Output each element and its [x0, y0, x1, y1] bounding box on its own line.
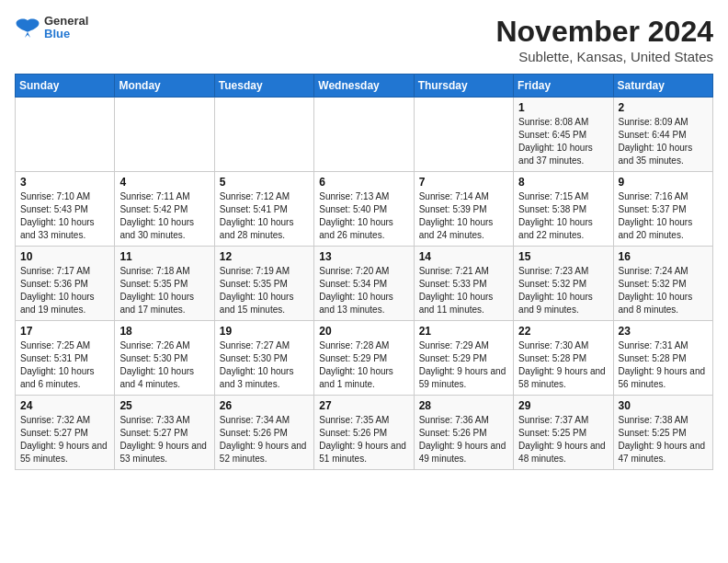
- logo-bird-icon: [15, 17, 40, 38]
- weekday-header-tuesday: Tuesday: [214, 75, 313, 98]
- day-info: Sunrise: 7:33 AM Sunset: 5:27 PM Dayligh…: [119, 414, 209, 465]
- calendar-cell: 27Sunrise: 7:35 AM Sunset: 5:26 PM Dayli…: [314, 396, 414, 470]
- day-number: 18: [119, 325, 209, 338]
- calendar-cell: 20Sunrise: 7:28 AM Sunset: 5:29 PM Dayli…: [314, 321, 414, 396]
- day-info: Sunrise: 7:32 AM Sunset: 5:27 PM Dayligh…: [20, 414, 109, 465]
- calendar-cell: 8Sunrise: 7:15 AM Sunset: 5:38 PM Daylig…: [514, 172, 613, 247]
- day-number: 3: [20, 176, 109, 189]
- calendar-cell: 5Sunrise: 7:12 AM Sunset: 5:41 PM Daylig…: [214, 172, 313, 247]
- weekday-header-thursday: Thursday: [414, 75, 513, 98]
- calendar-cell: 21Sunrise: 7:29 AM Sunset: 5:29 PM Dayli…: [414, 321, 513, 396]
- day-number: 6: [319, 176, 408, 189]
- day-number: 27: [319, 399, 408, 412]
- weekday-header-row: SundayMondayTuesdayWednesdayThursdayFrid…: [16, 75, 713, 98]
- calendar-cell: 24Sunrise: 7:32 AM Sunset: 5:27 PM Dayli…: [16, 396, 115, 470]
- day-number: 8: [518, 176, 608, 189]
- month-title: November 2024: [495, 15, 713, 49]
- day-number: 12: [220, 250, 309, 263]
- logo-text: General Blue: [44, 15, 88, 41]
- day-number: 30: [619, 399, 708, 412]
- day-info: Sunrise: 7:16 AM Sunset: 5:37 PM Dayligh…: [619, 190, 708, 242]
- title-block: November 2024 Sublette, Kansas, United S…: [495, 15, 713, 64]
- day-info: Sunrise: 7:18 AM Sunset: 5:35 PM Dayligh…: [119, 265, 209, 316]
- calendar-cell: 12Sunrise: 7:19 AM Sunset: 5:35 PM Dayli…: [214, 247, 313, 321]
- logo-blue: Blue: [44, 28, 88, 40]
- calendar-week-1: 1Sunrise: 8:08 AM Sunset: 6:45 PM Daylig…: [16, 98, 713, 172]
- calendar-cell: 15Sunrise: 7:23 AM Sunset: 5:32 PM Dayli…: [514, 247, 613, 321]
- calendar-table: SundayMondayTuesdayWednesdayThursdayFrid…: [15, 74, 713, 470]
- logo: General Blue: [15, 15, 88, 41]
- day-info: Sunrise: 7:31 AM Sunset: 5:28 PM Dayligh…: [619, 339, 708, 391]
- day-number: 21: [419, 325, 508, 338]
- calendar-cell: 11Sunrise: 7:18 AM Sunset: 5:35 PM Dayli…: [115, 247, 214, 321]
- calendar-week-3: 10Sunrise: 7:17 AM Sunset: 5:36 PM Dayli…: [16, 247, 713, 321]
- weekday-header-sunday: Sunday: [16, 75, 115, 98]
- day-info: Sunrise: 7:37 AM Sunset: 5:25 PM Dayligh…: [518, 414, 608, 465]
- calendar-cell: [314, 98, 414, 172]
- calendar-cell: 16Sunrise: 7:24 AM Sunset: 5:32 PM Dayli…: [613, 247, 712, 321]
- weekday-header-friday: Friday: [514, 75, 613, 98]
- day-number: 2: [619, 101, 708, 114]
- calendar-cell: 1Sunrise: 8:08 AM Sunset: 6:45 PM Daylig…: [514, 98, 613, 172]
- day-number: 16: [619, 250, 708, 263]
- day-info: Sunrise: 7:10 AM Sunset: 5:43 PM Dayligh…: [20, 190, 109, 242]
- day-info: Sunrise: 7:15 AM Sunset: 5:38 PM Dayligh…: [518, 190, 608, 242]
- day-number: 29: [518, 399, 608, 412]
- day-info: Sunrise: 7:24 AM Sunset: 5:32 PM Dayligh…: [619, 265, 708, 316]
- location-subtitle: Sublette, Kansas, United States: [495, 49, 713, 64]
- day-number: 15: [518, 250, 608, 263]
- day-info: Sunrise: 7:23 AM Sunset: 5:32 PM Dayligh…: [518, 265, 608, 316]
- day-number: 23: [619, 325, 708, 338]
- day-number: 14: [419, 250, 508, 263]
- calendar-cell: [16, 98, 115, 172]
- day-number: 25: [119, 399, 209, 412]
- day-info: Sunrise: 7:38 AM Sunset: 5:25 PM Dayligh…: [619, 414, 708, 465]
- day-number: 5: [220, 176, 309, 189]
- calendar-cell: 23Sunrise: 7:31 AM Sunset: 5:28 PM Dayli…: [613, 321, 712, 396]
- day-info: Sunrise: 7:36 AM Sunset: 5:26 PM Dayligh…: [419, 414, 508, 465]
- calendar-cell: 30Sunrise: 7:38 AM Sunset: 5:25 PM Dayli…: [613, 396, 712, 470]
- day-number: 19: [220, 325, 309, 338]
- day-number: 7: [419, 176, 508, 189]
- day-info: Sunrise: 7:11 AM Sunset: 5:42 PM Dayligh…: [119, 190, 209, 242]
- calendar-week-5: 24Sunrise: 7:32 AM Sunset: 5:27 PM Dayli…: [16, 396, 713, 470]
- calendar-cell: 2Sunrise: 8:09 AM Sunset: 6:44 PM Daylig…: [613, 98, 712, 172]
- day-info: Sunrise: 7:35 AM Sunset: 5:26 PM Dayligh…: [319, 414, 408, 465]
- day-number: 17: [20, 325, 109, 338]
- calendar-cell: 28Sunrise: 7:36 AM Sunset: 5:26 PM Dayli…: [414, 396, 513, 470]
- day-info: Sunrise: 7:34 AM Sunset: 5:26 PM Dayligh…: [220, 414, 309, 465]
- logo-general: General: [44, 15, 88, 28]
- calendar-cell: [115, 98, 214, 172]
- day-number: 13: [319, 250, 408, 263]
- weekday-header-saturday: Saturday: [613, 75, 712, 98]
- calendar-cell: 4Sunrise: 7:11 AM Sunset: 5:42 PM Daylig…: [115, 172, 214, 247]
- day-info: Sunrise: 7:19 AM Sunset: 5:35 PM Dayligh…: [220, 265, 309, 316]
- calendar-week-4: 17Sunrise: 7:25 AM Sunset: 5:31 PM Dayli…: [16, 321, 713, 396]
- calendar-cell: [214, 98, 313, 172]
- page-header: General Blue November 2024 Sublette, Kan…: [15, 15, 713, 64]
- weekday-header-wednesday: Wednesday: [314, 75, 414, 98]
- calendar-week-2: 3Sunrise: 7:10 AM Sunset: 5:43 PM Daylig…: [16, 172, 713, 247]
- day-number: 1: [518, 101, 608, 114]
- calendar-cell: 6Sunrise: 7:13 AM Sunset: 5:40 PM Daylig…: [314, 172, 414, 247]
- day-info: Sunrise: 7:17 AM Sunset: 5:36 PM Dayligh…: [20, 265, 109, 316]
- calendar-cell: 18Sunrise: 7:26 AM Sunset: 5:30 PM Dayli…: [115, 321, 214, 396]
- day-number: 10: [20, 250, 109, 263]
- day-info: Sunrise: 8:08 AM Sunset: 6:45 PM Dayligh…: [518, 116, 608, 167]
- calendar-cell: 29Sunrise: 7:37 AM Sunset: 5:25 PM Dayli…: [514, 396, 613, 470]
- day-number: 9: [619, 176, 708, 189]
- calendar-cell: 19Sunrise: 7:27 AM Sunset: 5:30 PM Dayli…: [214, 321, 313, 396]
- day-info: Sunrise: 8:09 AM Sunset: 6:44 PM Dayligh…: [619, 116, 708, 167]
- day-info: Sunrise: 7:12 AM Sunset: 5:41 PM Dayligh…: [220, 190, 309, 242]
- calendar-cell: 17Sunrise: 7:25 AM Sunset: 5:31 PM Dayli…: [16, 321, 115, 396]
- calendar-cell: 3Sunrise: 7:10 AM Sunset: 5:43 PM Daylig…: [16, 172, 115, 247]
- day-info: Sunrise: 7:13 AM Sunset: 5:40 PM Dayligh…: [319, 190, 408, 242]
- day-number: 4: [119, 176, 209, 189]
- calendar-cell: 7Sunrise: 7:14 AM Sunset: 5:39 PM Daylig…: [414, 172, 513, 247]
- day-number: 22: [518, 325, 608, 338]
- day-number: 24: [20, 399, 109, 412]
- day-number: 11: [119, 250, 209, 263]
- day-info: Sunrise: 7:26 AM Sunset: 5:30 PM Dayligh…: [119, 339, 209, 391]
- day-number: 28: [419, 399, 508, 412]
- calendar-cell: 13Sunrise: 7:20 AM Sunset: 5:34 PM Dayli…: [314, 247, 414, 321]
